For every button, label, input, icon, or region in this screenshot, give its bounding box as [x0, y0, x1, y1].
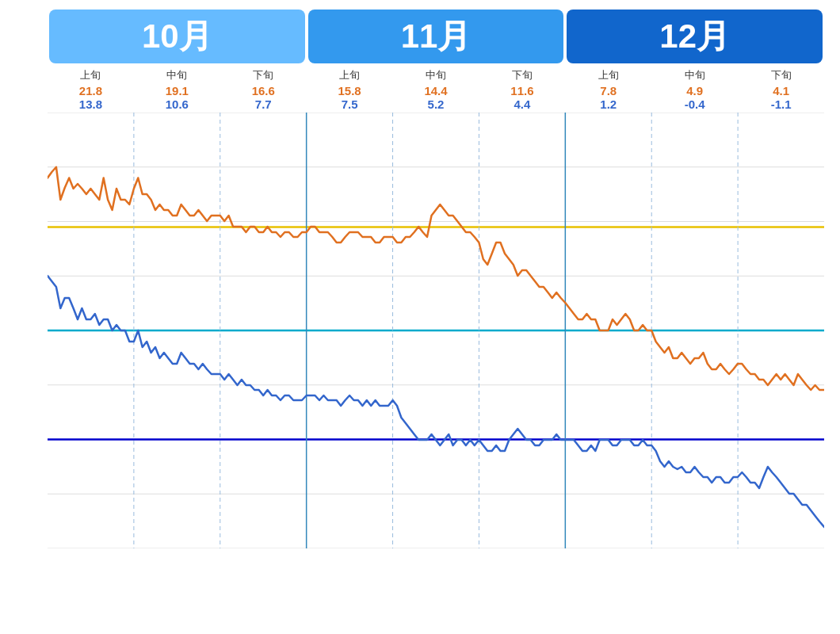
period-dec-2: 中旬 4.9 -0.4	[651, 68, 738, 111]
period-nov-1: 上旬 15.8 7.5	[307, 68, 393, 111]
month-dec: 12月	[567, 10, 823, 63]
period-oct-1: 上旬 21.8 13.8	[48, 68, 134, 111]
high-temp-line	[48, 167, 824, 390]
period-oct-2: 中旬 19.1 10.6	[134, 68, 220, 111]
period-dec-1: 上旬 7.8 1.2	[565, 68, 651, 111]
period-nov-3: 下旬 11.6 4.4	[479, 68, 565, 111]
month-nov: 11月	[308, 10, 564, 63]
chart-area: 30 25 20 15 10 5 0 -5 -10	[48, 113, 824, 548]
month-headers: 10月 11月 12月	[48, 8, 824, 65]
period-nov-2: 中旬 14.4 5.2	[393, 68, 479, 111]
period-headers: 上旬 21.8 13.8 中旬 19.1 10.6 下旬 16.6 7.7 上旬…	[48, 68, 824, 111]
line-chart: 30 25 20 15 10 5 0 -5 -10	[48, 113, 824, 548]
month-oct: 10月	[49, 10, 305, 63]
period-oct-3: 下旬 16.6 7.7	[220, 68, 307, 111]
period-dec-3: 下旬 4.1 -1.1	[738, 68, 824, 111]
chart-container: 10月 11月 12月 上旬 21.8 13.8 中旬 19.1 10.6 下旬…	[0, 0, 840, 634]
low-temp-line	[48, 276, 824, 527]
